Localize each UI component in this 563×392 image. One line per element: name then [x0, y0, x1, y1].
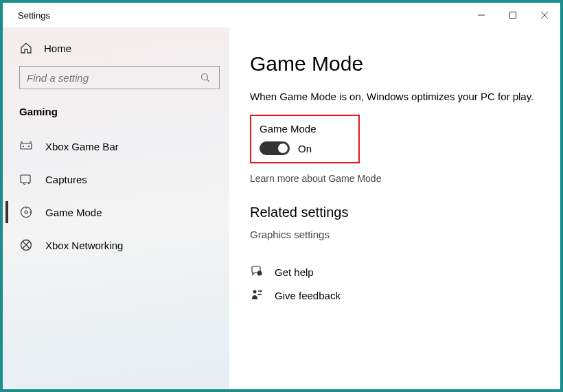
sidebar-item-label: Xbox Game Bar [45, 141, 119, 152]
sidebar-item-label: Captures [45, 174, 87, 185]
graphics-settings-link[interactable]: Graphics settings [250, 229, 540, 240]
close-button[interactable] [529, 3, 560, 27]
captures-icon [19, 172, 33, 186]
window-controls [466, 3, 560, 27]
learn-more-link[interactable]: Learn more about Game Mode [250, 173, 540, 184]
sidebar-item-label: Xbox Networking [45, 240, 123, 251]
home-icon [19, 41, 33, 55]
maximize-button[interactable] [497, 3, 529, 27]
svg-point-19 [253, 290, 257, 294]
svg-point-18 [257, 271, 262, 276]
sidebar-item-game-mode[interactable]: Game Mode [10, 196, 229, 229]
toggle-label: Game Mode [260, 123, 350, 135]
sidebar-item-xbox-networking[interactable]: Xbox Networking [10, 229, 229, 262]
svg-point-10 [28, 146, 30, 147]
svg-line-5 [207, 80, 210, 82]
svg-point-4 [202, 74, 208, 80]
main-content: Game Mode When Game Mode is on, Windows … [229, 27, 560, 389]
page-title: Game Mode [250, 52, 540, 76]
game-mode-icon [19, 205, 33, 219]
search-input[interactable] [27, 72, 198, 84]
get-help-row[interactable]: Get help [250, 265, 540, 279]
get-help-label: Get help [275, 266, 314, 278]
minimize-button[interactable] [466, 3, 497, 27]
game-bar-icon [19, 139, 33, 153]
sidebar-section-label: Gaming [10, 89, 229, 130]
svg-point-14 [25, 211, 27, 214]
highlight-box: Game Mode On [250, 115, 360, 163]
svg-point-12 [28, 183, 30, 184]
sidebar-item-captures[interactable]: Captures [10, 163, 229, 196]
sidebar-item-label: Game Mode [45, 207, 102, 218]
give-feedback-label: Give feedback [275, 290, 341, 301]
give-feedback-row[interactable]: Give feedback [250, 288, 540, 302]
related-settings-title: Related settings [250, 205, 540, 220]
svg-rect-6 [21, 143, 32, 149]
game-mode-toggle[interactable] [260, 141, 290, 155]
search-icon [198, 71, 212, 84]
feedback-icon [250, 288, 264, 302]
sidebar: Home Gaming Xbox Game Bar [3, 27, 229, 389]
window-title: Settings [18, 10, 50, 21]
svg-rect-11 [21, 175, 30, 183]
toggle-state: On [298, 143, 312, 154]
home-nav[interactable]: Home [10, 34, 229, 62]
sidebar-item-xbox-game-bar[interactable]: Xbox Game Bar [10, 130, 229, 163]
home-label: Home [44, 43, 71, 54]
xbox-icon [19, 238, 33, 252]
svg-rect-1 [510, 12, 516, 19]
svg-point-9 [23, 146, 24, 147]
search-box[interactable] [19, 66, 220, 89]
titlebar: Settings [3, 3, 560, 27]
page-description: When Game Mode is on, Windows optimizes … [250, 91, 540, 102]
help-icon [250, 265, 264, 279]
settings-window: Settings Home [0, 0, 563, 392]
